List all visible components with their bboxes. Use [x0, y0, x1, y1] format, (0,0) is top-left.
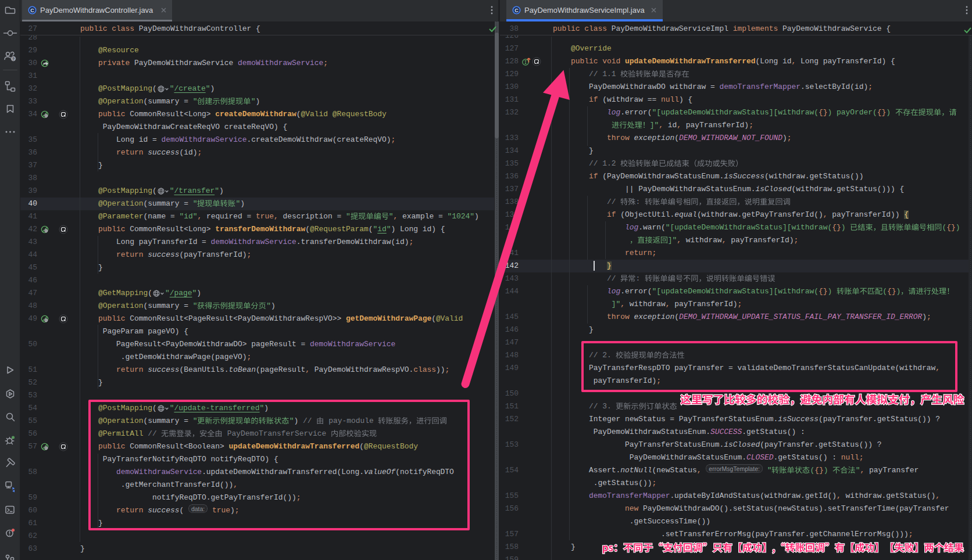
svg-text:C: C: [30, 8, 34, 13]
svg-text:C: C: [514, 8, 519, 13]
